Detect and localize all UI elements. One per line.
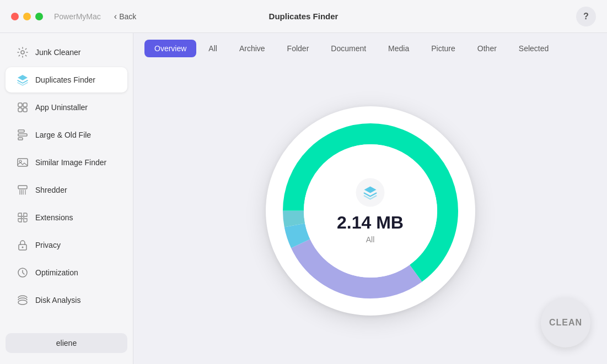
content-area: Overview All Archive Folder Document Med… xyxy=(133,33,607,364)
tab-media[interactable]: Media xyxy=(378,40,419,57)
svg-rect-1 xyxy=(18,103,22,107)
traffic-lights xyxy=(11,13,43,20)
tab-document[interactable]: Document xyxy=(321,40,376,57)
lock-icon xyxy=(17,239,29,251)
fullscreen-traffic-light[interactable] xyxy=(35,13,43,20)
extensions-icon xyxy=(17,211,29,224)
sidebar-item-extensions[interactable]: Extensions xyxy=(6,205,127,230)
sidebar-footer: eliene xyxy=(0,328,133,358)
sidebar-label-large-old-file: Large & Old File xyxy=(35,131,91,139)
app-icon xyxy=(17,101,29,113)
chart-label: All xyxy=(366,235,375,243)
sidebar-item-similar-image[interactable]: Similar Image Finder xyxy=(6,150,127,175)
clean-button-wrapper: CLEAN xyxy=(541,298,590,347)
donut-layers-icon xyxy=(356,178,385,207)
svg-rect-4 xyxy=(23,108,27,112)
help-button[interactable]: ? xyxy=(576,7,596,26)
svg-point-12 xyxy=(22,247,24,248)
donut-center: 2.14 MB All xyxy=(337,178,404,243)
sidebar-item-disk-analysis[interactable]: Disk Analysis xyxy=(6,287,127,313)
file-icon xyxy=(17,129,29,141)
optimization-icon xyxy=(17,267,29,279)
tab-bar: Overview All Archive Folder Document Med… xyxy=(133,33,607,57)
sidebar-item-duplicates-finder[interactable]: Duplicates Finder xyxy=(6,67,127,93)
chart-size: 2.14 MB xyxy=(337,212,404,232)
disk-icon xyxy=(17,294,29,306)
svg-rect-8 xyxy=(18,159,28,166)
sidebar-item-large-old-file[interactable]: Large & Old File xyxy=(6,122,127,148)
sidebar-item-privacy[interactable]: Privacy xyxy=(6,232,127,258)
svg-point-14 xyxy=(18,300,27,305)
tab-selected[interactable]: Selected xyxy=(509,40,558,57)
gear-icon xyxy=(17,46,29,58)
layers-icon xyxy=(17,74,29,86)
svg-rect-10 xyxy=(18,186,27,189)
svg-rect-7 xyxy=(18,138,23,140)
tab-folder[interactable]: Folder xyxy=(277,40,319,57)
tab-all[interactable]: All xyxy=(198,40,227,57)
sidebar-label-optimization: Optimization xyxy=(35,268,78,277)
donut-chart: 2.14 MB All xyxy=(266,106,475,316)
shredder-icon xyxy=(17,184,29,196)
titlebar: PowerMyMac ‹ Back Duplicates Finder ? xyxy=(0,0,607,33)
back-label: Back xyxy=(119,12,136,21)
svg-rect-2 xyxy=(23,103,27,107)
sidebar-label-similar-image: Similar Image Finder xyxy=(35,158,106,167)
sidebar-item-junk-cleaner[interactable]: Junk Cleaner xyxy=(6,40,127,65)
close-traffic-light[interactable] xyxy=(11,13,19,20)
svg-point-0 xyxy=(21,51,24,54)
tab-archive[interactable]: Archive xyxy=(229,40,275,57)
svg-rect-5 xyxy=(18,130,24,132)
sidebar-label-duplicates-finder: Duplicates Finder xyxy=(35,75,95,84)
svg-rect-3 xyxy=(18,108,22,112)
back-chevron-icon: ‹ xyxy=(114,12,117,21)
sidebar-item-shredder[interactable]: Shredder xyxy=(6,177,127,203)
window-title: Duplicates Finder xyxy=(269,12,339,21)
svg-rect-6 xyxy=(18,134,27,136)
clean-button[interactable]: CLEAN xyxy=(541,298,590,347)
sidebar-item-app-uninstaller[interactable]: App Uninstaller xyxy=(6,95,127,120)
minimize-traffic-light[interactable] xyxy=(23,13,31,20)
chart-area: 2.14 MB All CLEAN xyxy=(133,57,607,364)
tab-other[interactable]: Other xyxy=(468,40,507,57)
tab-overview[interactable]: Overview xyxy=(144,40,196,57)
back-button[interactable]: ‹ Back xyxy=(114,12,136,21)
tab-picture[interactable]: Picture xyxy=(421,40,465,57)
sidebar-label-privacy: Privacy xyxy=(35,241,61,249)
main-container: Junk Cleaner Duplicates Finder xyxy=(0,33,607,364)
sidebar-item-optimization[interactable]: Optimization xyxy=(6,260,127,285)
sidebar: Junk Cleaner Duplicates Finder xyxy=(0,33,133,364)
sidebar-label-shredder: Shredder xyxy=(35,186,67,194)
sidebar-label-app-uninstaller: App Uninstaller xyxy=(35,103,88,112)
sidebar-label-disk-analysis: Disk Analysis xyxy=(35,296,80,305)
sidebar-label-junk-cleaner: Junk Cleaner xyxy=(35,48,81,57)
app-name: PowerMyMac xyxy=(54,12,101,21)
image-icon xyxy=(17,156,29,169)
sidebar-label-extensions: Extensions xyxy=(35,213,73,222)
user-button[interactable]: eliene xyxy=(6,333,127,353)
